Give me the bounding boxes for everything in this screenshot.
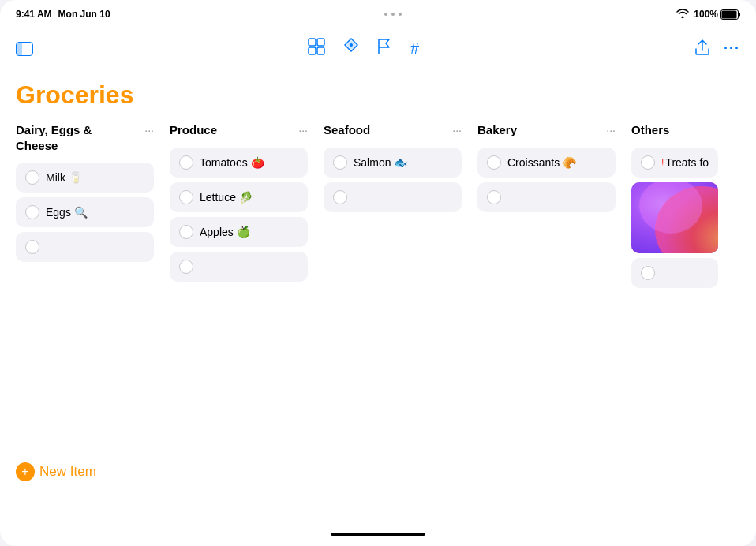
image-card [631, 182, 718, 253]
share-icon[interactable] [694, 39, 711, 59]
column-header-seafood: Seafood ··· [324, 122, 462, 138]
item-text: Croissants 🥐 [507, 156, 576, 169]
item-text: Eggs 🔍 [46, 206, 88, 219]
column-title-others: Others [631, 122, 669, 138]
column-title-dairy: Dairy, Eggs & Cheese [16, 122, 134, 153]
toolbar-right: ··· [694, 39, 740, 59]
checkbox[interactable] [333, 155, 347, 170]
column-title-produce: Produce [170, 122, 217, 138]
new-item-button[interactable]: + New Item [16, 459, 96, 484]
list-item[interactable]: Salmon 🐟 [324, 148, 462, 178]
bottom-bar [0, 522, 756, 546]
checkbox[interactable] [25, 240, 39, 254]
new-item-label: New Item [39, 464, 96, 480]
toolbar: # ··· [0, 28, 756, 69]
column-menu-produce[interactable]: ··· [298, 122, 308, 136]
column-header-dairy: Dairy, Eggs & Cheese ··· [16, 122, 154, 153]
column-produce: Produce ··· Tomatoes 🍅 Lettuce 🥬 Apples … [170, 122, 324, 520]
list-item[interactable]: Eggs 🔍 [16, 197, 154, 227]
location-icon[interactable] [344, 38, 358, 59]
list-item[interactable]: Tomatoes 🍅 [170, 148, 308, 178]
column-header-bakery: Bakery ··· [477, 122, 616, 138]
column-menu-seafood[interactable]: ··· [452, 122, 462, 136]
checkbox[interactable] [179, 190, 193, 204]
main-content: Groceries Dairy, Eggs & Cheese ··· Milk … [0, 69, 756, 522]
new-item-plus-icon: + [16, 462, 35, 481]
checkbox[interactable] [641, 266, 655, 280]
list-item-empty[interactable] [477, 182, 616, 212]
list-item-empty[interactable] [170, 252, 308, 282]
columns-container: Dairy, Eggs & Cheese ··· Milk 🥛 Eggs 🔍 P… [16, 122, 740, 520]
checkbox[interactable] [333, 190, 347, 204]
checkbox[interactable] [641, 155, 655, 170]
status-date: Mon Jun 10 [58, 9, 110, 20]
status-right: 100% [676, 9, 740, 21]
list-item[interactable]: Croissants 🥐 [477, 148, 616, 178]
page-title: Groceries [16, 69, 740, 122]
svg-point-6 [350, 43, 353, 47]
column-header-others: Others [631, 122, 718, 138]
svg-rect-3 [317, 39, 324, 46]
svg-rect-4 [309, 47, 316, 54]
list-item-empty[interactable] [631, 258, 718, 288]
list-item[interactable]: Milk 🥛 [16, 163, 154, 193]
wifi-icon [676, 9, 689, 21]
list-item-empty[interactable] [324, 182, 462, 212]
toolbar-left [16, 42, 33, 56]
list-item[interactable]: Apples 🍏 [170, 217, 308, 247]
sidebar-toggle-button[interactable] [16, 42, 33, 56]
grid-icon[interactable] [308, 38, 325, 59]
toolbar-center: # [308, 38, 419, 59]
status-bar: 9:41 AM Mon Jun 10 100% [0, 0, 756, 28]
column-title-seafood: Seafood [324, 122, 370, 138]
item-text: Milk 🥛 [46, 171, 82, 184]
battery-status: 100% [694, 9, 740, 20]
checkbox[interactable] [487, 155, 501, 170]
svg-rect-2 [309, 39, 316, 46]
status-time: 9:41 AM [16, 9, 52, 20]
svg-rect-1 [721, 10, 736, 18]
flag-icon[interactable] [377, 38, 391, 59]
item-text: Lettuce 🥬 [200, 191, 253, 204]
list-item[interactable]: !Treats for [631, 148, 718, 178]
column-others: Others !Treats for [631, 122, 734, 520]
column-title-bakery: Bakery [477, 122, 517, 138]
checkbox[interactable] [25, 170, 39, 185]
item-text: Salmon 🐟 [354, 156, 407, 169]
item-text: Apples 🍏 [200, 226, 250, 238]
column-header-produce: Produce ··· [170, 122, 308, 138]
more-options-icon[interactable]: ··· [724, 40, 740, 57]
checkbox[interactable] [179, 225, 193, 239]
checkbox[interactable] [179, 260, 193, 274]
item-text: !Treats for [661, 156, 709, 169]
column-menu-dairy[interactable]: ··· [144, 122, 154, 136]
checkbox[interactable] [25, 205, 39, 219]
column-menu-bakery[interactable]: ··· [606, 122, 616, 136]
status-left: 9:41 AM Mon Jun 10 [16, 9, 110, 20]
hashtag-icon[interactable]: # [410, 39, 419, 58]
checkbox[interactable] [487, 190, 501, 204]
column-bakery: Bakery ··· Croissants 🥐 [477, 122, 631, 520]
list-item-empty[interactable] [16, 232, 154, 262]
checkbox[interactable] [179, 155, 193, 170]
home-indicator [331, 533, 425, 536]
item-text: Tomatoes 🍅 [200, 156, 264, 169]
list-item[interactable]: Lettuce 🥬 [170, 182, 308, 212]
svg-rect-5 [317, 47, 324, 54]
status-center [384, 13, 402, 16]
column-seafood: Seafood ··· Salmon 🐟 [324, 122, 477, 520]
